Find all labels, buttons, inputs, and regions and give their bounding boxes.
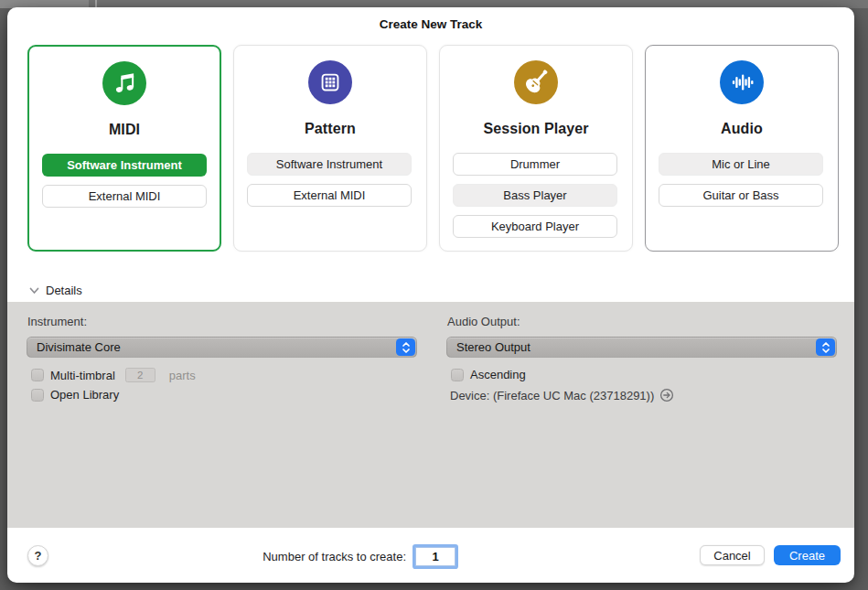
session-drummer-button[interactable]: Drummer — [453, 153, 617, 176]
card-title-midi: MIDI — [29, 122, 220, 138]
go-to-device-arrow-icon[interactable] — [659, 388, 674, 402]
cancel-button[interactable]: Cancel — [700, 545, 765, 565]
pattern-external-midi-button[interactable]: External MIDI — [247, 184, 412, 207]
midi-external-midi-button[interactable]: External MIDI — [42, 185, 207, 208]
card-title-pattern: Pattern — [234, 121, 426, 137]
open-library-checkbox[interactable] — [31, 389, 44, 402]
details-disclosure[interactable]: Details — [29, 284, 82, 297]
waveform-icon — [720, 60, 764, 104]
details-label: Details — [46, 284, 82, 297]
bass-guitar-icon — [514, 60, 558, 104]
multi-timbral-checkbox[interactable] — [31, 369, 44, 381]
instrument-popup[interactable]: Divisimate Core — [27, 337, 417, 358]
open-library-label: Open Library — [50, 388, 119, 402]
audio-output-popup[interactable]: Stereo Output — [446, 337, 837, 358]
number-of-tracks-input[interactable] — [415, 547, 455, 566]
instrument-value: Divisimate Core — [37, 338, 121, 357]
track-type-card-pattern[interactable]: Pattern Software Instrument External MID… — [233, 45, 427, 252]
session-keyboard-player-button[interactable]: Keyboard Player — [453, 215, 617, 238]
details-panel: Instrument: Divisimate Core Multi-timbra… — [7, 302, 854, 528]
multi-timbral-row: Multi-timbral 2 parts — [31, 368, 196, 382]
card-title-audio: Audio — [646, 121, 838, 137]
help-button[interactable]: ? — [27, 545, 48, 566]
dialog-title: Create New Track — [7, 17, 854, 31]
ascending-label: Ascending — [470, 368, 526, 381]
audio-guitar-or-bass-button[interactable]: Guitar or Bass — [659, 184, 823, 207]
midi-software-instrument-button[interactable]: Software Instrument — [42, 154, 207, 177]
ascending-checkbox[interactable] — [451, 369, 464, 381]
pattern-software-instrument-button[interactable]: Software Instrument — [247, 153, 412, 176]
track-type-card-midi[interactable]: MIDI Software Instrument External MIDI — [27, 45, 221, 252]
device-label: Device: (Fireface UC Mac (23718291)) — [450, 389, 654, 402]
multi-timbral-label: Multi-timbral — [50, 369, 115, 382]
music-note-icon — [102, 61, 146, 105]
card-title-session-player: Session Player — [440, 121, 632, 137]
track-type-card-audio[interactable]: Audio Mic or Line Guitar or Bass — [645, 45, 839, 252]
popup-stepper-icon — [816, 338, 835, 356]
instrument-label: Instrument: — [27, 315, 87, 328]
track-type-card-session-player[interactable]: Session Player Drummer Bass Player Keybo… — [439, 45, 633, 252]
audio-output-label: Audio Output: — [447, 315, 520, 328]
open-library-row: Open Library — [31, 388, 119, 402]
ascending-row: Ascending — [451, 368, 526, 381]
grid-icon — [308, 60, 352, 104]
create-new-track-dialog: Create New Track MIDI Software Instrumen… — [7, 7, 854, 583]
session-bass-player-button[interactable]: Bass Player — [453, 184, 617, 207]
screen: Create New Track MIDI Software Instrumen… — [0, 0, 868, 590]
popup-stepper-icon — [396, 338, 415, 356]
number-of-tracks-label: Number of tracks to create: — [190, 550, 406, 563]
create-button[interactable]: Create — [774, 545, 841, 565]
chevron-down-icon — [29, 287, 39, 295]
device-row: Device: (Fireface UC Mac (23718291)) — [450, 388, 674, 402]
parts-count-field[interactable]: 2 — [125, 368, 155, 382]
parts-label: parts — [169, 369, 196, 382]
audio-mic-or-line-button[interactable]: Mic or Line — [659, 153, 823, 176]
audio-output-value: Stereo Output — [456, 338, 530, 357]
